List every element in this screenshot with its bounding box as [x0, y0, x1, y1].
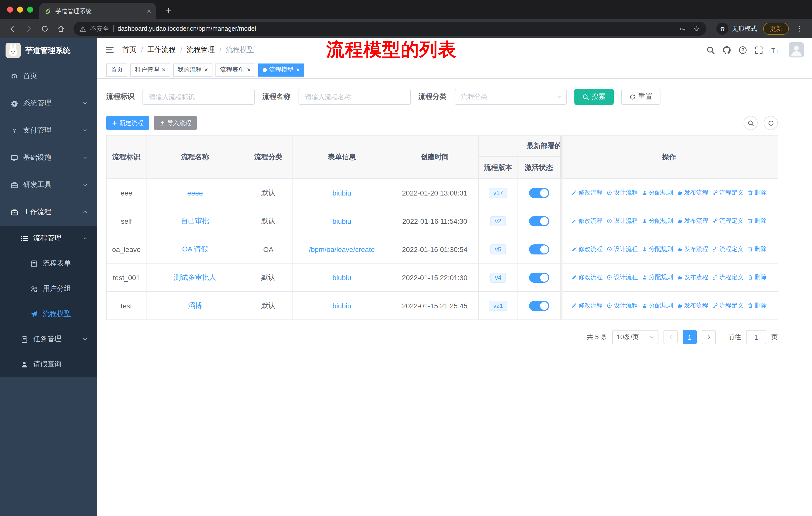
fullscreen-icon[interactable]: [755, 46, 763, 54]
process-name-link[interactable]: OA 请假: [182, 245, 208, 253]
action-publish-link[interactable]: 发布流程: [677, 188, 708, 197]
action-edit-link[interactable]: 修改流程: [571, 273, 603, 282]
tag-close-icon[interactable]: ×: [296, 66, 300, 73]
action-delete-link[interactable]: 删除: [748, 188, 767, 197]
search-button[interactable]: 搜索: [574, 89, 614, 105]
action-edit-link[interactable]: 修改流程: [571, 188, 603, 197]
goto-page-input[interactable]: [746, 330, 766, 344]
reload-button[interactable]: [37, 21, 52, 36]
active-toggle[interactable]: [529, 301, 549, 311]
active-toggle[interactable]: [529, 216, 549, 226]
action-edit-link[interactable]: 修改流程: [571, 301, 603, 310]
breadcrumb-item[interactable]: 首页: [122, 45, 137, 54]
toggle-search-button[interactable]: [744, 116, 758, 130]
bookmark-star-icon[interactable]: [693, 25, 700, 32]
form-info-link[interactable]: /bpm/oa/leave/create: [309, 245, 375, 253]
action-definition-link[interactable]: 流程定义: [712, 188, 744, 197]
refresh-table-button[interactable]: [764, 116, 778, 130]
process-name-link[interactable]: 滔博: [188, 301, 202, 309]
prev-page-button[interactable]: [664, 330, 677, 344]
password-key-icon[interactable]: [679, 25, 687, 32]
user-avatar[interactable]: [789, 42, 804, 57]
active-toggle[interactable]: [529, 244, 549, 254]
update-button[interactable]: 更新: [763, 23, 789, 35]
forward-button[interactable]: [21, 21, 36, 36]
help-icon[interactable]: [738, 46, 747, 54]
process-id-input[interactable]: [142, 89, 255, 105]
home-button[interactable]: [53, 21, 68, 36]
sidebar-item-workflow[interactable]: 工作流程: [0, 198, 97, 226]
security-label[interactable]: 不安全: [90, 24, 109, 33]
back-button[interactable]: [5, 21, 20, 36]
sidebar-item-task-mgmt[interactable]: 任务管理: [0, 327, 97, 352]
action-publish-link[interactable]: 发布流程: [677, 217, 708, 225]
sidebar-item-process-mgmt[interactable]: 流程管理: [0, 226, 97, 251]
page-size-select[interactable]: 10条/页: [612, 330, 659, 344]
active-toggle[interactable]: [529, 188, 549, 198]
form-info-link[interactable]: biubiu: [332, 302, 351, 310]
action-definition-link[interactable]: 流程定义: [712, 273, 744, 282]
breadcrumb-item[interactable]: 工作流程: [147, 45, 176, 54]
tag-process-model[interactable]: 流程模型×: [258, 63, 304, 76]
action-delete-link[interactable]: 删除: [748, 217, 767, 225]
tag-tenant[interactable]: 租户管理×: [130, 63, 170, 76]
action-design-link[interactable]: 设计流程: [607, 188, 638, 197]
action-design-link[interactable]: 设计流程: [607, 245, 638, 253]
action-delete-link[interactable]: 删除: [748, 245, 767, 253]
tag-my-process[interactable]: 我的流程×: [173, 63, 212, 76]
action-delete-link[interactable]: 删除: [748, 273, 767, 282]
browser-tab[interactable]: 芋道管理系统 ×: [39, 3, 156, 19]
search-icon[interactable]: [706, 46, 715, 54]
url-bar[interactable]: 不安全 dashboard.yudao.iocoder.cn/bpm/manag…: [74, 22, 706, 36]
action-delete-link[interactable]: 删除: [748, 301, 767, 310]
process-name-link[interactable]: 自己审批: [181, 216, 209, 224]
action-design-link[interactable]: 设计流程: [607, 301, 638, 310]
form-info-link[interactable]: biubiu: [332, 189, 351, 197]
action-assign-link[interactable]: 分配规则: [642, 188, 673, 197]
tag-close-icon[interactable]: ×: [247, 66, 251, 73]
process-name-link[interactable]: eeee: [187, 189, 203, 197]
action-definition-link[interactable]: 流程定义: [712, 245, 744, 253]
sidebar-item-payment[interactable]: ¥支付管理: [0, 117, 97, 144]
action-publish-link[interactable]: 发布流程: [677, 245, 708, 253]
sidebar-item-process-model[interactable]: 流程模型: [0, 301, 97, 327]
sidebar-item-user-group[interactable]: 用户分组: [0, 276, 97, 301]
active-toggle[interactable]: [529, 272, 549, 282]
sidebar-item-devtools[interactable]: 研发工具: [0, 171, 97, 198]
browser-menu-icon[interactable]: [792, 21, 807, 36]
url-text[interactable]: dashboard.yudao.iocoder.cn/bpm/manager/m…: [118, 25, 256, 32]
action-assign-link[interactable]: 分配规则: [642, 245, 673, 253]
reset-button[interactable]: 重置: [621, 89, 661, 105]
action-assign-link[interactable]: 分配规则: [642, 273, 673, 282]
tag-home[interactable]: 首页: [106, 63, 127, 76]
sidebar-item-process-form[interactable]: 流程表单: [0, 251, 97, 276]
import-process-button[interactable]: 导入流程: [154, 116, 197, 130]
breadcrumb-item[interactable]: 流程管理: [187, 45, 215, 54]
action-design-link[interactable]: 设计流程: [607, 273, 638, 282]
action-edit-link[interactable]: 修改流程: [571, 217, 603, 225]
process-category-select[interactable]: 流程分类: [455, 89, 567, 105]
minimize-window-button[interactable]: [17, 6, 23, 12]
sidebar-item-infrastructure[interactable]: 基础设施: [0, 144, 97, 171]
sidebar-item-system[interactable]: 系统管理: [0, 90, 97, 117]
form-info-link[interactable]: biubiu: [332, 217, 351, 225]
create-process-button[interactable]: 新建流程: [106, 116, 149, 130]
page-1-button[interactable]: 1: [683, 330, 697, 344]
font-size-icon[interactable]: TT: [771, 46, 779, 54]
tag-close-icon[interactable]: ×: [162, 66, 165, 73]
process-name-link[interactable]: 测试多审批人: [174, 273, 216, 281]
sidebar-item-leave-query[interactable]: 请假查询: [0, 352, 97, 377]
action-edit-link[interactable]: 修改流程: [571, 245, 603, 253]
form-info-link[interactable]: biubiu: [332, 273, 351, 281]
tag-close-icon[interactable]: ×: [204, 66, 208, 73]
action-definition-link[interactable]: 流程定义: [712, 301, 744, 310]
github-icon[interactable]: [722, 46, 731, 54]
process-name-input[interactable]: [298, 89, 411, 105]
sidebar-item-home[interactable]: 首页: [0, 62, 97, 90]
action-publish-link[interactable]: 发布流程: [677, 301, 708, 310]
next-page-button[interactable]: [702, 330, 716, 344]
new-tab-button[interactable]: [162, 4, 174, 17]
action-design-link[interactable]: 设计流程: [607, 217, 638, 225]
tab-close-icon[interactable]: ×: [147, 7, 151, 15]
tag-process-form[interactable]: 流程表单×: [215, 63, 255, 76]
